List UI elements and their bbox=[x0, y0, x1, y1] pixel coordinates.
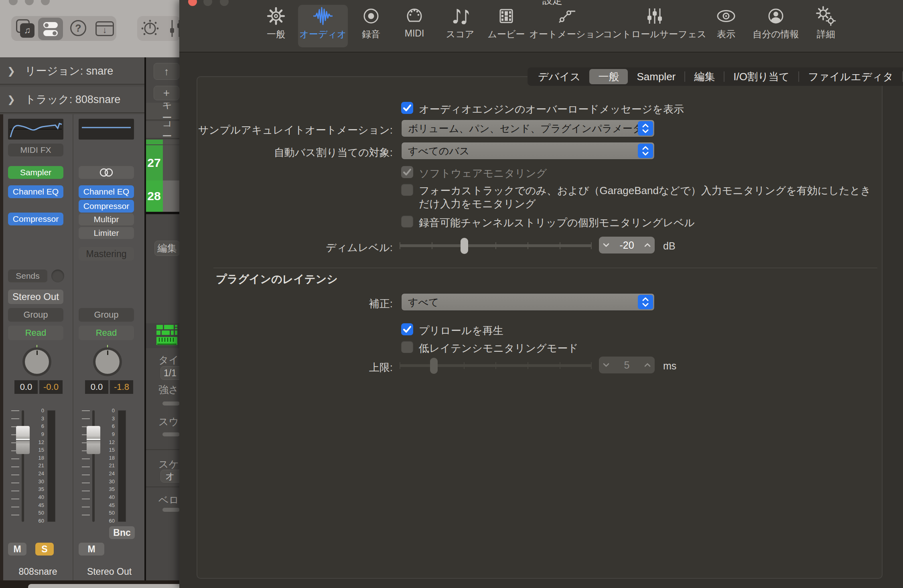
mastering-slot[interactable]: Mastering bbox=[79, 247, 134, 261]
plugin-slot-compressor[interactable]: Compressor bbox=[8, 213, 63, 225]
edit-button[interactable]: 編集 bbox=[154, 241, 180, 256]
gears-icon bbox=[816, 5, 836, 27]
dropdown-arrows-icon bbox=[638, 121, 653, 136]
volume-value[interactable]: -1.8 bbox=[110, 380, 133, 394]
pan-value[interactable]: 0.0 bbox=[14, 380, 38, 394]
solo-button[interactable]: S bbox=[35, 543, 54, 556]
zoom-button[interactable] bbox=[41, 0, 50, 5]
tab-editing[interactable]: 編集 bbox=[685, 69, 724, 84]
library-button[interactable]: ♫ bbox=[16, 19, 34, 38]
pan-value[interactable]: 0.0 bbox=[85, 380, 108, 394]
zoom-button[interactable] bbox=[220, 0, 229, 6]
quantize-label: タイ bbox=[158, 353, 180, 367]
scale-number: 0 bbox=[41, 408, 44, 414]
tuner-knob-icon[interactable] bbox=[141, 20, 159, 37]
focus-track-checkbox[interactable] bbox=[401, 184, 413, 196]
group-slot[interactable]: Group bbox=[8, 308, 63, 322]
compensation-dropdown[interactable]: すべて bbox=[401, 293, 655, 311]
plugin-slot-limiter[interactable]: Limiter bbox=[79, 227, 134, 239]
tab-file-editor[interactable]: ファイルエディタ bbox=[799, 69, 902, 84]
stereo-format-button[interactable] bbox=[79, 166, 134, 179]
tab-general[interactable]: 一般 bbox=[589, 69, 628, 84]
scale-number: 15 bbox=[39, 447, 44, 453]
settings-toggles-button[interactable] bbox=[38, 18, 63, 40]
region-cell[interactable] bbox=[163, 180, 180, 212]
track-number-cell[interactable]: 27 bbox=[145, 145, 163, 180]
tab-sampler[interactable]: Sampler bbox=[628, 69, 684, 84]
plugin-slot-multipressor[interactable]: Multipr bbox=[79, 213, 134, 225]
mute-button[interactable]: M bbox=[79, 543, 104, 556]
pan-knob[interactable] bbox=[93, 345, 122, 375]
send-knob[interactable] bbox=[51, 270, 64, 282]
volume-value[interactable]: -0.0 bbox=[39, 380, 63, 394]
stepper-value[interactable]: -20 bbox=[619, 239, 634, 251]
global-track-key[interactable]: キー bbox=[145, 103, 180, 120]
help-button[interactable]: ? bbox=[70, 20, 86, 36]
mute-button[interactable]: M bbox=[8, 543, 26, 556]
preroll-checkbox[interactable] bbox=[401, 323, 413, 335]
toolbar-item-general[interactable]: 一般 bbox=[246, 5, 306, 47]
divider bbox=[145, 487, 180, 487]
dim-level-stepper[interactable]: -20 bbox=[599, 237, 655, 253]
low-latency-checkbox[interactable] bbox=[401, 341, 413, 353]
chevron-down-icon[interactable] bbox=[603, 243, 609, 247]
scale-number: 45 bbox=[109, 502, 115, 508]
pan-knob[interactable] bbox=[22, 345, 51, 375]
tab-io-assignments[interactable]: I/O割り当て bbox=[724, 69, 798, 84]
volume-fader[interactable] bbox=[87, 426, 100, 454]
region-header-label: リージョン: snare bbox=[25, 64, 113, 78]
slider-thumb[interactable] bbox=[461, 238, 468, 254]
volume-fader[interactable] bbox=[16, 426, 30, 454]
eq-curve-thumbnail[interactable] bbox=[8, 119, 63, 140]
region-inspector-header[interactable]: ❯ リージョン: snare bbox=[0, 58, 145, 85]
group-slot[interactable]: Group bbox=[79, 308, 134, 322]
global-track-chord[interactable]: コー bbox=[145, 121, 180, 139]
instrument-slot-sampler[interactable]: Sampler bbox=[8, 166, 63, 179]
chevron-up-icon[interactable] bbox=[644, 243, 651, 247]
automation-mode-button[interactable]: Read bbox=[8, 326, 63, 340]
toolbar-item-audio[interactable]: オーディオ bbox=[298, 5, 348, 47]
minimize-button[interactable] bbox=[25, 0, 34, 5]
toolbar-item-movie[interactable]: ムービー bbox=[476, 5, 536, 47]
eq-curve-thumbnail[interactable] bbox=[79, 119, 134, 140]
overload-checkbox[interactable] bbox=[401, 102, 413, 114]
minimize-button[interactable] bbox=[203, 0, 212, 6]
bounce-button[interactable]: Bnc bbox=[109, 526, 135, 539]
track-inspector-header[interactable]: ❯ トラック: 808snare bbox=[0, 87, 145, 113]
track-number-cell[interactable]: 28 bbox=[145, 180, 163, 212]
swing-slider[interactable] bbox=[162, 432, 180, 436]
region-cell[interactable] bbox=[163, 145, 180, 180]
scale-value-button[interactable]: オ bbox=[160, 470, 180, 483]
channel-strip-name[interactable]: Stereo Out bbox=[73, 566, 145, 577]
midi-fx-slot[interactable]: MIDI FX bbox=[8, 144, 63, 156]
toolbar-item-automation[interactable]: オートメーション bbox=[537, 5, 597, 47]
limit-unit: ms bbox=[663, 360, 676, 372]
channel-strip-name[interactable]: 808snare bbox=[3, 566, 73, 577]
toolbar-item-label: 詳細 bbox=[817, 28, 835, 41]
velocity-slider[interactable] bbox=[162, 508, 180, 512]
add-track-button[interactable]: + bbox=[154, 86, 179, 100]
hide-button[interactable]: ↑ bbox=[154, 63, 179, 80]
plugin-slot-channel-eq[interactable]: Channel EQ bbox=[8, 185, 63, 198]
auto-bus-dropdown[interactable]: すべてのバス bbox=[401, 142, 655, 160]
control-surface-faders-icon bbox=[645, 5, 664, 27]
toolbar-item-control-surfaces[interactable]: コントロールサーフェス bbox=[607, 5, 703, 47]
preroll-label: プリロールを再生 bbox=[419, 324, 503, 338]
dim-level-slider[interactable] bbox=[400, 236, 592, 255]
plugin-slot-compressor[interactable]: Compressor bbox=[79, 200, 134, 213]
close-button[interactable] bbox=[188, 0, 197, 6]
plugin-slot-channel-eq[interactable]: Channel EQ bbox=[79, 185, 134, 198]
automation-mode-button[interactable]: Read bbox=[79, 326, 134, 340]
quantize-value-button[interactable]: 1/1 bbox=[160, 366, 180, 380]
sample-accurate-dropdown[interactable]: ボリューム、パン、センド、プラグインパラメータ bbox=[401, 120, 655, 137]
close-button[interactable] bbox=[9, 0, 18, 5]
output-assignment-button[interactable]: Stereo Out bbox=[8, 290, 63, 304]
toolbar-item-advanced[interactable]: 詳細 bbox=[796, 5, 856, 47]
toolbar-item-label: スコア bbox=[446, 28, 475, 41]
strength-slider[interactable] bbox=[162, 401, 180, 406]
tab-devices[interactable]: デバイス bbox=[529, 69, 589, 84]
download-button[interactable]: ↓ bbox=[95, 21, 114, 36]
arrow-up-icon: ↑ bbox=[164, 65, 169, 78]
individual-monitoring-checkbox[interactable] bbox=[401, 215, 413, 227]
sends-label[interactable]: Sends bbox=[8, 270, 47, 282]
